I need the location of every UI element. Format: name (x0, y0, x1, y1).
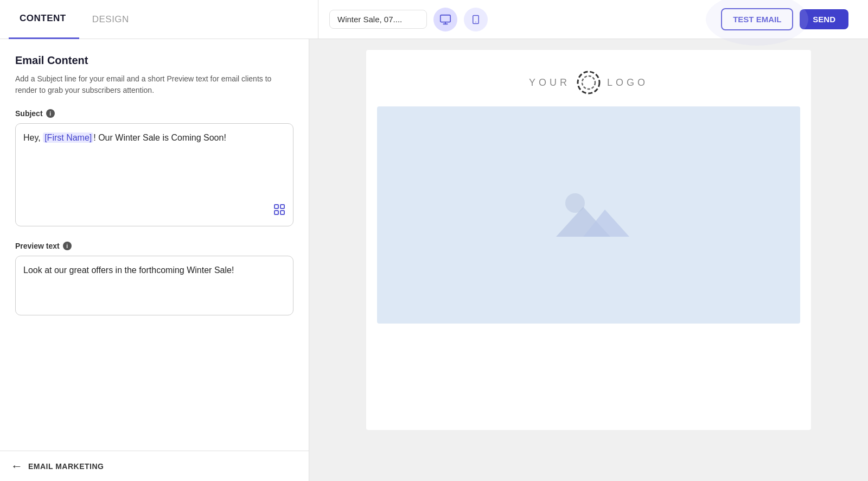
svg-rect-5 (275, 205, 278, 208)
logo-left-text: YOUR (529, 77, 570, 88)
bottom-nav-label: EMAIL MARKETING (28, 462, 104, 471)
top-bar: CONTENT DESIGN TEST EMAIL SEND (0, 0, 868, 39)
subject-firstname-tag: [First Name] (43, 132, 93, 143)
bottom-nav: ← EMAIL MARKETING (0, 451, 309, 481)
placeholder-image-icon (545, 182, 632, 248)
svg-rect-6 (280, 205, 284, 208)
preview-info-icon: i (63, 242, 72, 250)
desktop-view-button[interactable] (433, 8, 457, 31)
subject-suffix: ! Our Winter Sale is Coming Soon! (93, 133, 226, 142)
send-button[interactable]: SEND (800, 9, 848, 29)
preview-text-field[interactable]: Look at our great offers in the forthcom… (15, 256, 293, 315)
email-preview: YOUR LOGO (366, 50, 811, 430)
subject-label-text: Subject (15, 109, 43, 118)
top-bar-left: CONTENT DESIGN (9, 0, 318, 39)
preview-label-row: Preview text i (15, 242, 293, 250)
svg-point-9 (578, 72, 599, 93)
section-description: Add a Subject line for your email and a … (15, 73, 293, 96)
svg-rect-0 (441, 15, 450, 22)
subject-label-row: Subject i (15, 109, 293, 118)
svg-rect-7 (275, 211, 278, 214)
preview-label-text: Preview text (15, 242, 60, 250)
tab-content[interactable]: CONTENT (9, 0, 79, 39)
left-panel: Email Content Add a Subject line for you… (0, 39, 309, 481)
top-bar-right: TEST EMAIL SEND (318, 8, 859, 31)
image-placeholder (377, 106, 800, 324)
test-email-button[interactable]: TEST EMAIL (721, 8, 793, 30)
subject-prefix: Hey, (23, 133, 43, 142)
section-title: Email Content (15, 54, 293, 67)
mobile-view-button[interactable] (464, 8, 488, 31)
logo-icon (576, 69, 602, 96)
desktop-icon (439, 14, 451, 26)
logo-area: YOUR LOGO (366, 50, 811, 106)
email-name-input[interactable] (329, 10, 427, 29)
tab-design[interactable]: DESIGN (79, 0, 142, 39)
main-layout: Email Content Add a Subject line for you… (0, 39, 868, 481)
subject-info-icon: i (46, 109, 55, 118)
back-arrow-icon[interactable]: ← (11, 459, 23, 473)
right-panel: YOUR LOGO (309, 39, 868, 481)
mobile-icon (471, 14, 481, 26)
logo-right-text: LOGO (607, 77, 648, 88)
preview-field-wrapper: Look at our great offers in the forthcom… (15, 256, 293, 318)
svg-point-10 (582, 76, 595, 89)
svg-rect-8 (280, 211, 284, 214)
personalize-icon[interactable] (273, 203, 286, 219)
subject-field[interactable]: Hey, [First Name]! Our Winter Sale is Co… (15, 123, 293, 226)
subject-field-wrapper: Hey, [First Name]! Our Winter Sale is Co… (15, 123, 293, 226)
